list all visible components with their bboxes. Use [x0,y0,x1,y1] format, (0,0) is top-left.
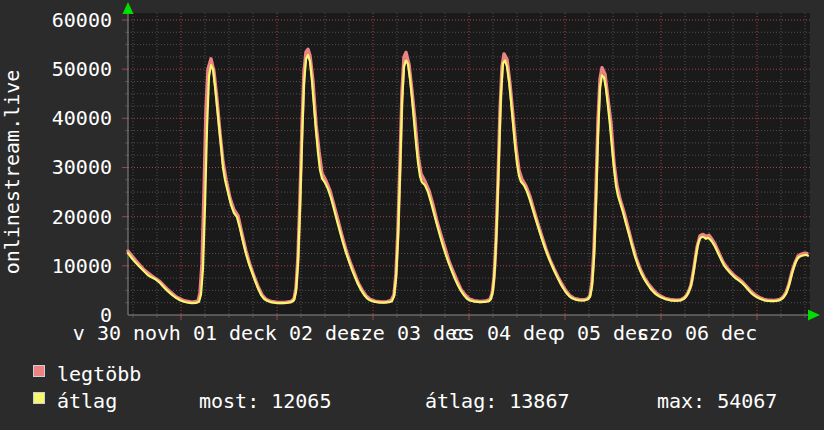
rrd-graph-screen: onlinestream.live 0 10000 20000 30000 40… [0,0,824,430]
legend-label-max: legtöbb [57,363,141,385]
y-tick-label-20000: 20000 [20,206,112,228]
y-tick-label-60000: 60000 [20,9,112,31]
y-tick-label-50000: 50000 [20,58,112,80]
y-tick-label-10000: 10000 [20,255,112,277]
x-axis-arrow-icon [808,310,820,321]
legend-label-avg: átlag [57,390,117,412]
y-tick-label-30000: 30000 [20,156,112,178]
y-axis-arrow-icon [123,2,134,14]
stat-current: most: 12065 [199,390,331,412]
y-tick-label-40000: 40000 [20,107,112,129]
stat-max: max: 54067 [657,390,777,412]
stat-average: átlag: 13867 [425,390,570,412]
legend-swatch-max [33,365,45,377]
x-tick-label-sat-dec06: szo 06 dec [617,322,777,344]
legend-swatch-avg [33,392,45,404]
